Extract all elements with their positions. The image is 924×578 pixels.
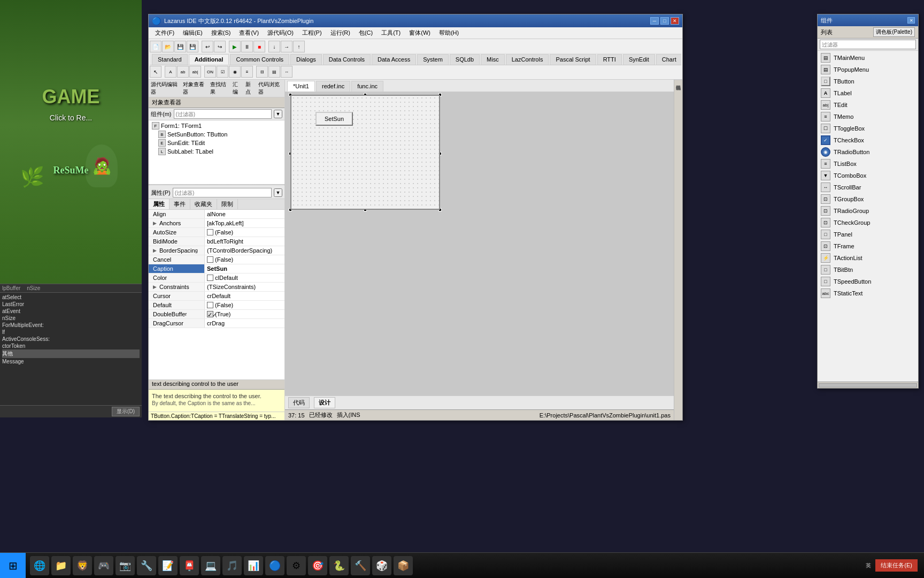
menu-tools[interactable]: 工具(T) <box>377 28 405 38</box>
taskbar-icon-5[interactable]: 📷 <box>116 556 135 575</box>
menu-project[interactable]: 工程(P) <box>298 28 326 38</box>
tab-lazcontrols[interactable]: LazControls <box>506 54 549 65</box>
menu-file[interactable]: 文件(F) <box>151 28 179 38</box>
tab-events[interactable]: 事件 <box>170 199 190 209</box>
prop-borderspacing[interactable]: ▶ BorderSpacing (TControlBorderSpacing) <box>149 246 284 255</box>
taskbar-icon-3[interactable]: 🦁 <box>73 556 92 575</box>
maximize-button[interactable]: □ <box>660 17 669 25</box>
filter-options-button[interactable]: ▼ <box>274 110 282 118</box>
comp-tool-9[interactable]: ▤ <box>268 66 280 78</box>
comp-tool-2[interactable]: ab <box>177 66 189 78</box>
menu-edit[interactable]: 编辑(E) <box>179 28 207 38</box>
open-button[interactable]: 📂 <box>162 41 174 52</box>
palette-item-tedit[interactable]: ab| TEdit <box>819 99 917 111</box>
undo-button[interactable]: ↩ <box>202 41 213 52</box>
tab-additional[interactable]: Additional <box>189 54 229 65</box>
palette-item-tcheckbox[interactable]: ✓ TCheckBox <box>819 134 917 146</box>
palette-item-tgroupbox[interactable]: ⊡ TGroupBox <box>819 193 917 205</box>
prop-bidimode[interactable]: BidiMode bdLeftToRight <box>149 237 284 246</box>
comp-tool-10[interactable]: ↔ <box>281 66 292 78</box>
comp-tool-7[interactable]: ≡ <box>241 66 253 78</box>
taskbar-icon-7[interactable]: 📝 <box>158 556 178 575</box>
palette-item-tscrollbar[interactable]: ↔ TScrollBar <box>819 181 917 193</box>
taskbar-icon-18[interactable]: 📦 <box>394 556 413 575</box>
palette-item-tstatictext[interactable]: abc TStaticText <box>819 287 917 299</box>
tab-unit1[interactable]: *Unit1 <box>287 81 315 92</box>
tab-chart[interactable]: Chart <box>656 54 681 65</box>
props-filter-options-button[interactable]: ▼ <box>274 188 282 197</box>
tab-dialogs[interactable]: Dialogs <box>290 54 322 65</box>
tab-data-controls[interactable]: Data Controls <box>323 54 371 65</box>
borderspacing-expand[interactable]: ▶ <box>153 248 159 253</box>
palette-item-tpanel[interactable]: □ TPanel <box>819 229 917 240</box>
code-tab-btn[interactable]: 代码 <box>288 397 310 408</box>
palette-item-tmemo[interactable]: ≡ TMemo <box>819 111 917 123</box>
step-out-button[interactable]: ↑ <box>293 41 305 52</box>
menu-view[interactable]: 查看(V) <box>235 28 263 38</box>
taskbar-icon-15[interactable]: 🐍 <box>329 556 349 575</box>
palette-item-tradiogroup[interactable]: ⊡ TRadioGroup <box>819 205 917 217</box>
palette-scrollbar[interactable] <box>818 382 918 388</box>
step-into-button[interactable]: ↓ <box>268 41 280 52</box>
palette-button[interactable]: 调色板(Palette) <box>873 27 915 37</box>
constraints-expand[interactable]: ▶ <box>153 284 159 290</box>
comp-tool-6[interactable]: ◉ <box>229 66 241 78</box>
end-task-button[interactable]: 结束任务(E) <box>875 559 918 572</box>
palette-item-tcombobox[interactable]: ▼ TComboBox <box>819 170 917 181</box>
palette-item-tlistbox[interactable]: ≡ TListBox <box>819 158 917 170</box>
taskbar-icon-2[interactable]: 📁 <box>51 556 71 575</box>
prop-autosize[interactable]: AutoSize (False) <box>149 228 284 237</box>
prop-align[interactable]: Align alNone <box>149 210 284 219</box>
tree-item-setsunbutton[interactable]: B SetSunButton: TButton <box>150 130 283 139</box>
tab-func[interactable]: func.inc <box>351 81 383 92</box>
design-tab-btn[interactable]: 设计 <box>314 397 335 408</box>
taskbar-icon-16[interactable]: 🔨 <box>351 556 370 575</box>
default-checkbox[interactable] <box>207 302 213 308</box>
tab-common-controls[interactable]: Common Controls <box>230 54 289 65</box>
form-button-setsun[interactable]: SetSun <box>315 112 353 126</box>
props-filter-input[interactable] <box>173 188 272 197</box>
taskbar-icon-6[interactable]: 🔧 <box>137 556 156 575</box>
save-button[interactable]: 💾 <box>174 41 186 52</box>
display-button[interactable]: 显示(D) <box>112 407 140 416</box>
minimize-button[interactable]: ─ <box>650 17 659 25</box>
palette-item-tlabel[interactable]: A TLabel <box>819 87 917 99</box>
component-filter-input[interactable] <box>174 109 272 119</box>
tab-rtti[interactable]: RTTI <box>597 54 622 65</box>
tab-synedit[interactable]: SynEdit <box>623 54 655 65</box>
taskbar-icon-14[interactable]: 🎯 <box>308 556 327 575</box>
menu-search[interactable]: 搜索(S) <box>207 28 235 38</box>
menu-source[interactable]: 源代码(O) <box>263 28 298 38</box>
prop-cursor[interactable]: Cursor crDefault <box>149 292 284 301</box>
palette-item-tcheckgroup[interactable]: ⊡ TCheckGroup <box>819 217 917 229</box>
prop-default[interactable]: Default (False) <box>149 301 284 310</box>
tab-misc[interactable]: Misc <box>481 54 505 65</box>
palette-item-tradiobutton[interactable]: ◉ TRadioButton <box>819 146 917 158</box>
palette-close[interactable]: ✕ <box>907 17 915 24</box>
pointer-tool[interactable]: ↖ <box>150 66 161 78</box>
tab-restrictions[interactable]: 限制 <box>217 199 238 209</box>
prop-cancel[interactable]: Cancel (False) <box>149 255 284 264</box>
tab-standard[interactable]: Standard <box>152 54 188 65</box>
step-over-button[interactable]: → <box>281 41 292 52</box>
menu-run[interactable]: 运行(R) <box>326 28 355 38</box>
pause-button[interactable]: ⏸ <box>241 41 253 52</box>
tab-system[interactable]: System <box>417 54 449 65</box>
prop-anchors[interactable]: ▶ Anchors [akTop,akLeft] <box>149 219 284 228</box>
doublebuffer-checkbox[interactable]: ✓ <box>207 311 213 317</box>
tab-pascal-script[interactable]: Pascal Script <box>550 54 596 65</box>
new-button[interactable]: 📄 <box>150 41 161 52</box>
taskbar-icon-12[interactable]: 🔵 <box>265 556 284 575</box>
tab-favorites[interactable]: 收藏夹 <box>190 199 217 209</box>
tab-sqldb[interactable]: SQLdb <box>450 54 480 65</box>
comp-tool-5[interactable]: ☑ <box>217 66 228 78</box>
tree-item-sunedit[interactable]: E SunEdit: TEdit <box>150 139 283 147</box>
comp-tool-8[interactable]: ⊟ <box>256 66 268 78</box>
menu-package[interactable]: 包(C) <box>355 28 377 38</box>
close-button[interactable]: ✕ <box>671 17 679 25</box>
prop-constraints[interactable]: ▶ Constraints (TSizeConstraints) <box>149 283 284 292</box>
tree-item-form1[interactable]: F Form1: TForm1 <box>150 121 283 130</box>
tab-redef[interactable]: redef.inc <box>316 81 350 92</box>
palette-item-tbitbtn[interactable]: □ TBitBtn <box>819 264 917 276</box>
prop-dragcursor[interactable]: DragCursor crDrag <box>149 319 284 328</box>
